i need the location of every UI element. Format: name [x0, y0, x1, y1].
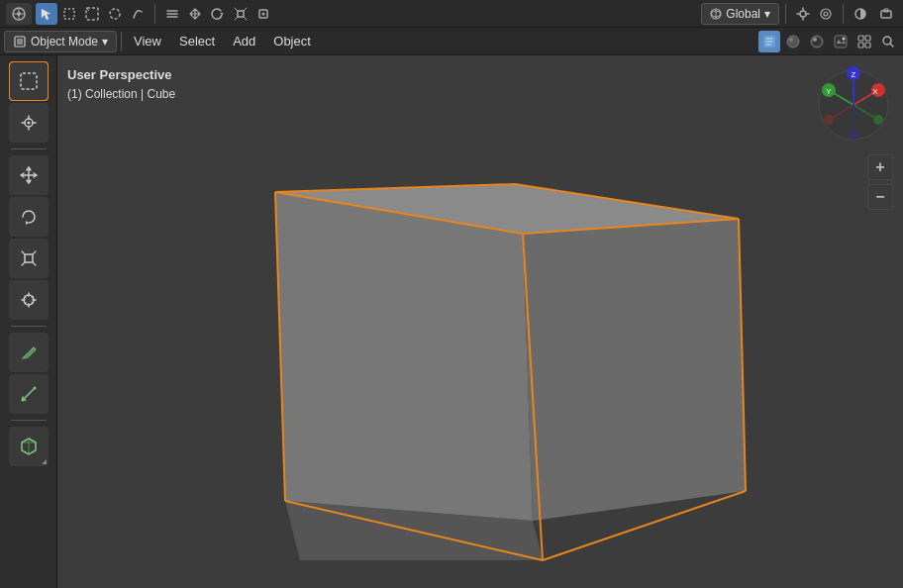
menu-bar: Object Mode ▾ View Select Add Object [0, 28, 903, 55]
viewport-canvas[interactable] [57, 55, 903, 588]
menu-object[interactable]: Object [265, 31, 319, 51]
viewport[interactable]: User Perspective (1) Collection | Cube [57, 55, 903, 588]
svg-rect-8 [238, 11, 244, 17]
svg-rect-27 [835, 36, 847, 48]
menu-select[interactable]: Select [171, 31, 223, 51]
menu-separator [121, 32, 122, 51]
viewport-info: User Perspective (1) Collection | Cube [67, 65, 175, 103]
svg-line-34 [890, 44, 893, 47]
xray-toggle[interactable] [875, 3, 897, 25]
svg-rect-31 [858, 43, 863, 48]
viewport-compositor-icon[interactable] [853, 31, 875, 52]
svg-point-22 [787, 36, 799, 48]
header-right-icons [758, 31, 899, 52]
select-tool-button[interactable] [9, 61, 49, 101]
mode-dropdown-arrow: ▾ [102, 35, 108, 49]
svg-rect-42 [25, 254, 33, 262]
svg-point-41 [27, 122, 30, 125]
arrow-tool-icon[interactable] [36, 3, 57, 25]
search-icon[interactable] [877, 31, 899, 52]
move-tool-button[interactable] [9, 155, 49, 195]
svg-rect-29 [858, 36, 863, 41]
cube-right-face [523, 219, 746, 521]
collection-label: (1) Collection | Cube [67, 85, 175, 103]
proportional-icon[interactable] [815, 3, 837, 25]
viewport-render-icon[interactable] [806, 31, 828, 52]
global-dropdown[interactable]: Global ▾ [701, 3, 779, 25]
svg-rect-20 [17, 39, 23, 45]
svg-text:X: X [872, 87, 878, 96]
header-separator-2 [785, 4, 786, 24]
transform-tool-button[interactable] [9, 280, 49, 320]
svg-point-23 [789, 38, 793, 42]
rotate-icon-header[interactable] [207, 3, 229, 25]
svg-rect-30 [865, 36, 870, 41]
annotate-tool-button[interactable] [9, 333, 49, 372]
svg-point-57 [824, 115, 834, 125]
svg-rect-4 [64, 9, 74, 19]
svg-line-45 [23, 388, 35, 400]
snap-icons [792, 3, 837, 25]
svg-point-67 [849, 130, 858, 140]
svg-point-15 [824, 12, 828, 16]
svg-point-24 [811, 36, 823, 48]
global-dropdown-arrow: ▾ [764, 7, 770, 21]
svg-rect-35 [21, 73, 37, 89]
viewport-material-icon[interactable] [782, 31, 804, 52]
header-separator-1 [154, 4, 155, 24]
move-icon[interactable] [184, 3, 206, 25]
editor-type-button[interactable] [6, 3, 32, 25]
overlay-toggle[interactable] [850, 3, 871, 25]
svg-point-14 [821, 9, 831, 19]
svg-rect-32 [865, 43, 870, 48]
transform-icon-header[interactable] [252, 3, 274, 25]
lasso-select-icon[interactable] [81, 3, 103, 25]
menu-view[interactable]: View [126, 31, 169, 51]
cursor-tool-button[interactable] [9, 103, 49, 143]
cube-left-face [275, 192, 533, 521]
zoom-in-button[interactable]: + [867, 154, 893, 180]
viewport-rendered-icon[interactable] [830, 31, 852, 52]
main-content: User Perspective (1) Collection | Cube [0, 55, 903, 588]
transform-mode-icons [161, 3, 274, 25]
transform-icons [36, 3, 149, 25]
box-select-icon[interactable] [58, 3, 80, 25]
mode-label: Object Mode [31, 35, 98, 49]
snap-icon[interactable] [792, 3, 814, 25]
measure-tool-button[interactable] [9, 374, 49, 414]
navigation-gizmo[interactable]: X Y Z [814, 65, 893, 145]
svg-point-7 [110, 9, 120, 19]
perspective-label: User Perspective [67, 65, 175, 85]
svg-point-49 [33, 387, 36, 390]
svg-point-28 [843, 37, 846, 40]
svg-point-48 [21, 399, 24, 402]
tweak-icon[interactable] [161, 3, 183, 25]
toolbar-separator-1 [11, 148, 47, 149]
top-header: Global ▾ [0, 0, 903, 28]
left-toolbar [0, 55, 57, 588]
gesture-select-icon[interactable] [127, 3, 149, 25]
add-primitive-button[interactable] [9, 427, 49, 466]
global-label: Global [726, 7, 760, 21]
svg-point-62 [873, 115, 883, 125]
object-mode-dropdown[interactable]: Object Mode ▾ [4, 31, 117, 52]
header-separator-3 [843, 4, 844, 24]
viewport-solid-icon[interactable] [758, 31, 780, 52]
toolbar-separator-2 [11, 326, 47, 327]
svg-text:Z: Z [852, 70, 856, 79]
circle-select-icon[interactable] [104, 3, 126, 25]
viewport-right-tools: + − [867, 154, 893, 210]
scale-tool-button[interactable] [9, 239, 49, 278]
scale-icon-header[interactable] [230, 3, 251, 25]
svg-point-13 [800, 11, 806, 17]
rotate-tool-button[interactable] [9, 197, 49, 237]
menu-add[interactable]: Add [225, 31, 263, 51]
zoom-out-button[interactable]: − [867, 184, 893, 210]
toolbar-separator-3 [11, 420, 47, 421]
svg-point-10 [262, 12, 265, 15]
svg-text:Y: Y [826, 87, 832, 96]
